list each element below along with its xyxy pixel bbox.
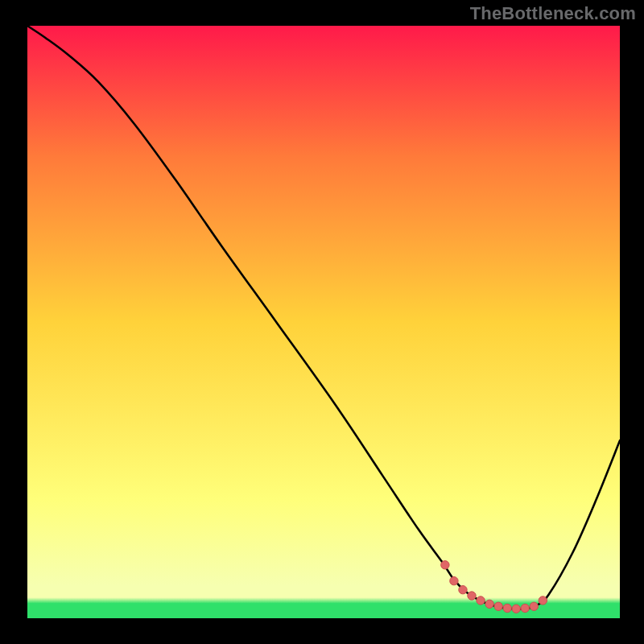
plot-area xyxy=(27,26,620,618)
optimal-marker xyxy=(521,604,529,612)
optimal-marker xyxy=(468,592,476,600)
optimal-marker xyxy=(503,604,511,612)
optimal-marker xyxy=(459,585,467,593)
optimal-marker xyxy=(477,597,485,605)
optimal-marker xyxy=(441,561,449,569)
plot-svg xyxy=(27,26,620,618)
optimal-marker xyxy=(539,597,547,605)
watermark-text: TheBottleneck.com xyxy=(470,3,636,24)
optimal-marker xyxy=(512,605,520,613)
optimal-marker xyxy=(530,602,538,610)
optimal-marker xyxy=(450,576,458,584)
chart-frame: TheBottleneck.com xyxy=(0,0,644,644)
gradient-background xyxy=(27,26,620,618)
optimal-marker xyxy=(485,600,493,608)
optimal-marker xyxy=(494,602,502,610)
